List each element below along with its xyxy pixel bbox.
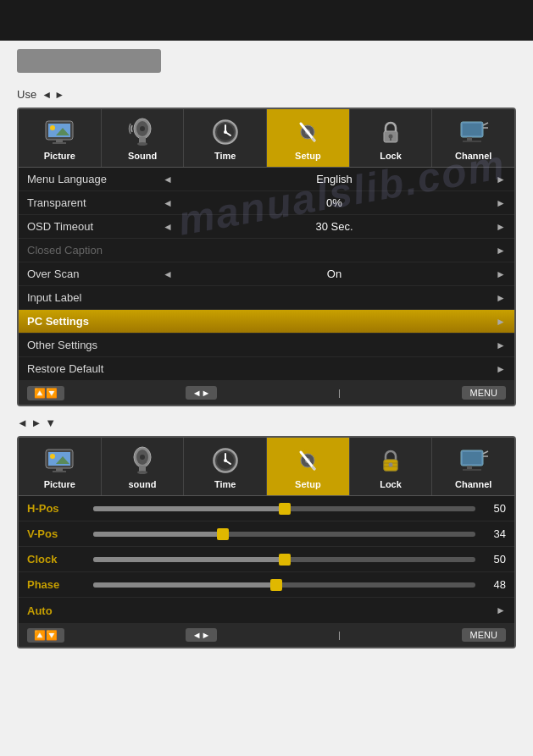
slider-vpos-thumb[interactable] (217, 528, 229, 540)
tab-lock-2[interactable]: Lock (350, 438, 433, 495)
arrow-right-osd: ► (496, 221, 506, 233)
tab-channel-label-2: Channel (455, 479, 491, 489)
slider-phase-label: Phase (27, 578, 86, 591)
tab-channel-label-1: Channel (455, 151, 491, 161)
tab-bar-2: Picture sound (19, 438, 514, 496)
tab-time-2[interactable]: Time (184, 438, 267, 495)
tab-picture-2[interactable]: Picture (19, 438, 102, 495)
nav-menu-btn-1[interactable]: MENU (462, 386, 506, 400)
tab-channel-1[interactable]: Channel (432, 109, 514, 167)
lock-icon-1 (375, 116, 407, 148)
nav-lr-1[interactable]: ◄► (186, 386, 218, 400)
row-closed-caption[interactable]: Closed Caption ► (19, 239, 514, 262)
channel-icon-1 (458, 116, 490, 148)
row-osd-timeout-label: OSD Timeout (27, 220, 163, 233)
slider-clock-label: Clock (27, 553, 86, 566)
time-icon-1 (209, 116, 242, 148)
row-menu-language[interactable]: Menu Language ◄ English ► (19, 168, 514, 191)
tab-setup-label-1: Setup (295, 151, 321, 161)
tab-lock-label-1: Lock (380, 151, 402, 161)
slider-clock-fill (93, 557, 285, 562)
tab-picture-1[interactable]: Picture (19, 109, 102, 167)
svg-point-33 (50, 454, 55, 459)
slider-vpos-fill (93, 532, 223, 537)
row-restore-default[interactable]: Restore Default ► (19, 357, 514, 381)
svg-point-2 (50, 125, 55, 130)
menu-nav-bar-2: 🔼🔽 ◄► | MENU (19, 623, 514, 647)
sub-bar (17, 49, 161, 73)
arrow-left-over-scan: ◄ (163, 268, 173, 280)
tab-lock-1[interactable]: Lock (350, 109, 433, 167)
slider-clock-track[interactable] (93, 557, 475, 562)
lock-icon-2 (375, 444, 407, 477)
tab-setup-1[interactable]: Setup (267, 109, 350, 167)
tab-time-label-1: Time (214, 151, 236, 161)
svg-line-27 (483, 123, 488, 125)
svg-rect-30 (463, 141, 481, 142)
svg-point-9 (137, 142, 147, 146)
between-section: ◄ ► ▼ (0, 410, 533, 433)
row-menu-language-value: English (178, 173, 491, 185)
svg-rect-5 (53, 142, 66, 144)
slider-row-vpos[interactable]: V-Pos 34 (19, 521, 514, 547)
auto-label: Auto (27, 604, 496, 617)
slider-hpos-track[interactable] (93, 506, 475, 511)
nav-updown-1[interactable]: 🔼🔽 (27, 386, 64, 400)
down-arrow-2: ▼ (45, 417, 56, 429)
row-osd-timeout-value: 30 Sec. (178, 220, 491, 233)
svg-rect-4 (56, 140, 63, 142)
row-restore-default-label: Restore Default (27, 362, 163, 375)
row-transparent[interactable]: Transparent ◄ 0% ► (19, 191, 514, 215)
tab-sound-1[interactable]: Sound (102, 109, 185, 167)
slider-phase-fill (93, 582, 276, 588)
slider-phase-thumb[interactable] (270, 579, 282, 591)
auto-arrow-right: ► (496, 604, 506, 616)
row-pc-settings[interactable]: PC Settings ► (19, 310, 514, 334)
nav-lr-2[interactable]: ◄► (186, 628, 218, 642)
nav-menu-btn-2[interactable]: MENU (462, 628, 506, 642)
slider-phase-track[interactable] (93, 582, 475, 588)
svg-rect-29 (467, 137, 472, 141)
time-icon-2 (209, 444, 242, 477)
nav-menu-label-1: MENU (470, 388, 497, 398)
tab-sound-label-1: Sound (128, 151, 157, 161)
slider-vpos-track[interactable] (93, 532, 475, 537)
row-transparent-value: 0% (178, 196, 491, 209)
slider-row-clock[interactable]: Clock 50 (19, 547, 514, 572)
tab-lock-label-2: Lock (380, 479, 402, 489)
picture-icon-2 (43, 444, 75, 477)
menu-nav-bar-1: 🔼🔽 ◄► | MENU (19, 381, 514, 405)
svg-point-57 (389, 463, 393, 467)
slider-hpos-value: 50 (482, 502, 506, 515)
slider-clock-thumb[interactable] (279, 554, 291, 566)
svg-point-41 (140, 455, 145, 460)
row-other-settings-label: Other Settings (27, 339, 163, 351)
tab-setup-2[interactable]: Setup (267, 438, 350, 495)
nav-lr-arrows-1: ◄► (192, 388, 211, 398)
arrow-right-over-scan: ► (496, 268, 506, 280)
row-other-settings[interactable]: Other Settings ► (19, 334, 514, 357)
instruction-area-1: Use ◄ ► (0, 81, 533, 104)
nav-updown-2[interactable]: 🔼🔽 (27, 628, 64, 643)
row-over-scan[interactable]: Over Scan ◄ On ► (19, 262, 514, 286)
instruction-text-1: Use (17, 88, 36, 101)
arrow-right-closed-caption: ► (496, 245, 506, 257)
menu-box-2: Picture sound (17, 436, 516, 648)
row-input-label[interactable]: Input Label ► (19, 286, 514, 310)
row-input-label-label: Input Label (27, 291, 163, 304)
slider-row-hpos[interactable]: H-Pos 50 (19, 496, 514, 521)
svg-point-10 (140, 126, 145, 131)
tab-picture-label-1: Picture (44, 151, 75, 161)
svg-rect-26 (463, 124, 481, 135)
tab-channel-2[interactable]: Channel (432, 438, 514, 495)
tab-sound-2[interactable]: sound (102, 438, 185, 495)
picture-icon-1 (43, 116, 75, 148)
top-bar (0, 0, 533, 41)
tab-sound-label-2: sound (129, 479, 157, 489)
slider-row-phase[interactable]: Phase 48 (19, 572, 514, 598)
auto-row[interactable]: Auto ► (19, 598, 514, 623)
nav-divider-1: | (338, 388, 341, 398)
row-osd-timeout[interactable]: OSD Timeout ◄ 30 Sec. ► (19, 215, 514, 239)
slider-hpos-thumb[interactable] (279, 503, 291, 515)
tab-time-1[interactable]: Time (184, 109, 267, 167)
